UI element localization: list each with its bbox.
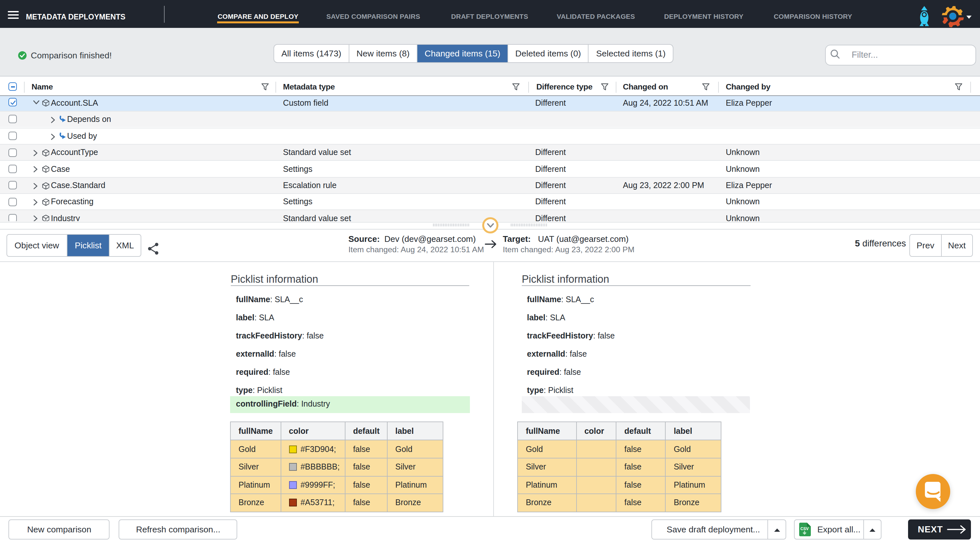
svg-text:CSV: CSV xyxy=(800,527,808,531)
